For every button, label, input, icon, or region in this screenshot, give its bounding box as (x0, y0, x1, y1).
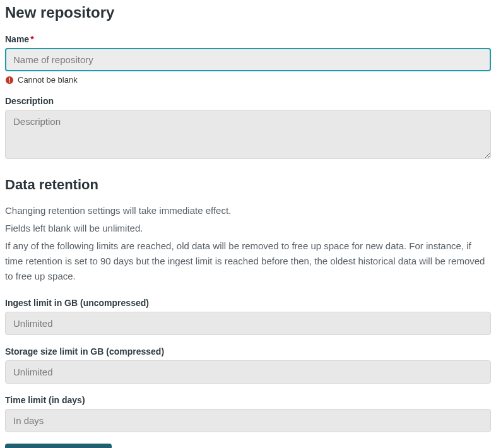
storage-label: Storage size limit in GB (compressed) (5, 346, 491, 357)
name-label-text: Name (5, 34, 29, 44)
error-icon (5, 76, 14, 85)
svg-point-2 (9, 81, 10, 82)
description-field-group: Description (5, 96, 491, 162)
page-title: New repository (5, 4, 491, 21)
name-field-group: Name* Cannot be blank (5, 34, 491, 85)
ingest-input[interactable] (5, 312, 491, 335)
retention-help: Changing retention settings will take im… (5, 203, 491, 284)
required-asterisk: * (30, 34, 33, 44)
svg-rect-1 (9, 78, 10, 81)
storage-field-group: Storage size limit in GB (compressed) (5, 346, 491, 384)
description-input[interactable] (5, 110, 491, 159)
retention-title: Data retention (5, 177, 491, 193)
ingest-label: Ingest limit in GB (uncompressed) (5, 298, 491, 308)
time-field-group: Time limit (in days) (5, 395, 491, 432)
retention-help-2: Fields left blank will be unlimited. (5, 221, 491, 236)
name-error-text: Cannot be blank (18, 75, 78, 85)
ingest-field-group: Ingest limit in GB (uncompressed) (5, 298, 491, 335)
name-input[interactable] (5, 48, 491, 71)
time-label: Time limit (in days) (5, 395, 491, 405)
name-error: Cannot be blank (5, 75, 491, 85)
create-repository-button[interactable]: Create repository (5, 444, 112, 448)
storage-input[interactable] (5, 360, 491, 384)
retention-help-3: If any of the following limits are reach… (5, 239, 491, 284)
description-label: Description (5, 96, 491, 106)
time-input[interactable] (5, 409, 491, 432)
name-label: Name* (5, 34, 491, 44)
retention-help-1: Changing retention settings will take im… (5, 203, 491, 218)
